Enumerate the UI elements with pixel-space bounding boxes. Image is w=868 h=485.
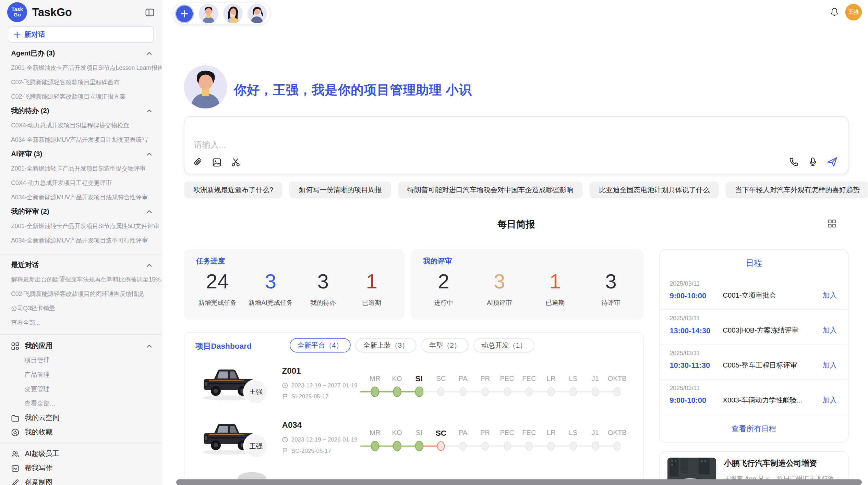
- sidebar-item-my-apps[interactable]: 我的应用: [0, 339, 162, 353]
- sidebar-task-item[interactable]: Z001-全新燃油轻卡产品开发项目SI造型提交物评审: [0, 161, 162, 175]
- collapse-sidebar-icon[interactable]: [145, 8, 154, 17]
- stat-column: 3我的待办: [305, 270, 341, 307]
- chat-input-card[interactable]: 请输入...: [184, 116, 848, 174]
- milestone-label: PA: [459, 429, 467, 437]
- my-apps-subitem[interactable]: 项目管理: [0, 353, 162, 368]
- milestone-dot: [371, 441, 379, 451]
- agent-avatar-3[interactable]: [248, 4, 267, 23]
- sidebar-task-item[interactable]: A034-全新新能源MUV产品开发项目法规符合性评审: [0, 190, 162, 204]
- logo-text-bottom: Go: [13, 12, 21, 18]
- people-icon: [11, 450, 19, 458]
- milestone-dot: [614, 442, 621, 450]
- section-title: Agent已办 (3): [11, 48, 55, 58]
- chevron-up-icon: [146, 50, 153, 57]
- milestone-label: OKTB: [608, 375, 627, 383]
- milestone-label: PA: [459, 375, 467, 383]
- sidebar-section-header[interactable]: AI评审 (3): [0, 147, 162, 161]
- phone-icon[interactable]: [789, 157, 799, 167]
- suggestion-chip[interactable]: 欧洲新规最近颁布了什么?: [184, 182, 282, 198]
- milestone-dot: [371, 387, 379, 397]
- sidebar-section-header[interactable]: 我的待办 (2): [0, 103, 162, 118]
- recent-chat-item[interactable]: 查看全部...: [0, 315, 162, 330]
- news-title: 小鹏飞行汽车制造公司增资: [724, 459, 840, 469]
- milestone-label: LS: [569, 375, 577, 383]
- my-apps-subitem[interactable]: 变更管理: [0, 382, 162, 396]
- chevron-up-icon: [146, 150, 153, 158]
- view-all-schedule-link[interactable]: 查看所有日程: [660, 424, 848, 434]
- agent-avatar-1[interactable]: [199, 4, 218, 23]
- suggestion-chip[interactable]: 当下年轻人对汽车外观有怎样的喜好趋势: [726, 182, 868, 198]
- join-link[interactable]: 加入: [822, 290, 837, 300]
- stat-value: 3: [305, 270, 341, 294]
- sidebar-item-cloud-space[interactable]: 我的云空间: [0, 411, 162, 425]
- milestone-label: LR: [547, 429, 556, 437]
- sidebar-task-item[interactable]: A034-全新新能源MUV产品开发项目造型可行性评审: [0, 233, 162, 247]
- join-link[interactable]: 加入: [822, 360, 837, 370]
- sidebar-task-item[interactable]: Z001-全新燃油轻卡产品开发项目SI节点属性5D文件评审: [0, 219, 162, 233]
- section-title: 最近对话: [11, 260, 39, 270]
- sidebar-item-tool[interactable]: 创意制图: [0, 475, 162, 485]
- suggestion-chip[interactable]: 如何写一份清晰的项目周报: [289, 182, 391, 198]
- scissors-icon[interactable]: [230, 157, 241, 168]
- sidebar-task-item[interactable]: C0X4-动力总成开发项目SI里程碑提交物检查: [0, 118, 162, 132]
- milestone-dot: [592, 442, 599, 450]
- sidebar-task-item[interactable]: C0X4-动力总成开发项目工程变更评审: [0, 175, 162, 190]
- schedule-time: 13:00-14:30: [670, 326, 723, 334]
- milestone-label: FEC: [522, 429, 536, 437]
- milestone-dot: [481, 387, 489, 396]
- paperclip-icon[interactable]: [193, 157, 203, 168]
- schedule-time: 10:30-11:30: [670, 361, 723, 369]
- milestone-dot: [459, 442, 467, 450]
- send-icon[interactable]: [827, 156, 838, 168]
- join-link[interactable]: 加入: [822, 325, 837, 335]
- new-chat-button[interactable]: 新对话: [8, 27, 154, 43]
- chevron-up-icon: [146, 107, 153, 114]
- dashboard-filter-chip[interactable]: 全新上装（3）: [355, 338, 417, 352]
- milestone-label: LR: [547, 375, 556, 383]
- join-link[interactable]: 加入: [822, 395, 837, 405]
- sidebar-task-item[interactable]: A034-全新新能源MUV产品开发项目计划变更表编写: [0, 132, 162, 147]
- divider: [0, 334, 162, 335]
- recent-chats-header[interactable]: 最近对话: [0, 258, 162, 272]
- user-avatar[interactable]: 王强: [845, 4, 862, 20]
- milestone-dot: [504, 442, 511, 450]
- sidebar-task-item[interactable]: C02-飞腾新能源轻客改款项目立项汇报方案: [0, 89, 162, 103]
- sidebar-item-tool[interactable]: AI超级员工: [0, 447, 162, 461]
- notification-bell-icon[interactable]: [830, 7, 839, 16]
- schedule-date: 2025/03/11: [670, 280, 837, 287]
- milestone-dot: [415, 387, 423, 397]
- horizontal-scrollbar[interactable]: [176, 479, 862, 485]
- my-apps-subitem[interactable]: 查看全部...: [0, 396, 162, 411]
- stat-value: 3: [593, 270, 629, 294]
- sidebar-task-item[interactable]: Z001-全新燃油皮卡产品开发项目SI节点Lesson Learn报告: [0, 60, 162, 75]
- section-title: AI评审 (3): [11, 149, 42, 158]
- sidebar-item-favorites[interactable]: 我的收藏: [0, 425, 162, 439]
- my-apps-subitem[interactable]: 产品管理: [0, 368, 162, 382]
- image-icon[interactable]: [212, 157, 222, 168]
- suggestion-chip[interactable]: 特朗普可能对进口汽车增税会对中国车企造成哪些影响: [398, 182, 583, 198]
- stat-value: 2: [425, 270, 462, 294]
- project-dates: 2023-12-19 ~ 2027-01-19: [282, 382, 357, 388]
- dashboard-filter-chip[interactable]: 全新平台（4）: [290, 338, 351, 352]
- sidebar-item-tool[interactable]: 帮我写作: [0, 461, 162, 475]
- app-title: TaskGo: [32, 6, 145, 18]
- recent-chat-item[interactable]: 解释最新出台的欧盟报废车法规再生塑料比例被调至15%...: [0, 272, 162, 287]
- sidebar-section-header[interactable]: Agent已办 (3): [0, 46, 162, 60]
- milestone-dot: [547, 387, 555, 396]
- sidebar-task-item[interactable]: C02-飞腾新能源轻客改款项目里程碑画布: [0, 75, 162, 89]
- agent-avatar-2[interactable]: [223, 4, 243, 23]
- stat-label: 新增完成任务: [198, 299, 236, 307]
- sidebar-section-header[interactable]: 我的评审 (2): [0, 204, 162, 219]
- stat-label: 我的待办: [305, 299, 341, 307]
- mic-icon[interactable]: [808, 157, 818, 167]
- dashboard-filter-chip[interactable]: 动总开发（1）: [473, 338, 534, 352]
- grid-icon[interactable]: [828, 219, 836, 228]
- milestone-label: SI: [415, 374, 423, 383]
- dashboard-filter-chip[interactable]: 年型（2）: [421, 338, 468, 352]
- milestone-line: [360, 445, 419, 447]
- recent-chat-item[interactable]: C02-飞腾新能源轻客改款项目的闭环通告反馈情况: [0, 287, 162, 301]
- suggestion-chip[interactable]: 比亚迪全固态电池计划具体说了什么: [590, 182, 719, 198]
- clock-icon: [282, 382, 288, 388]
- add-agent-button[interactable]: [175, 4, 194, 23]
- recent-chat-item[interactable]: 公司Q3轻卡销量: [0, 301, 162, 315]
